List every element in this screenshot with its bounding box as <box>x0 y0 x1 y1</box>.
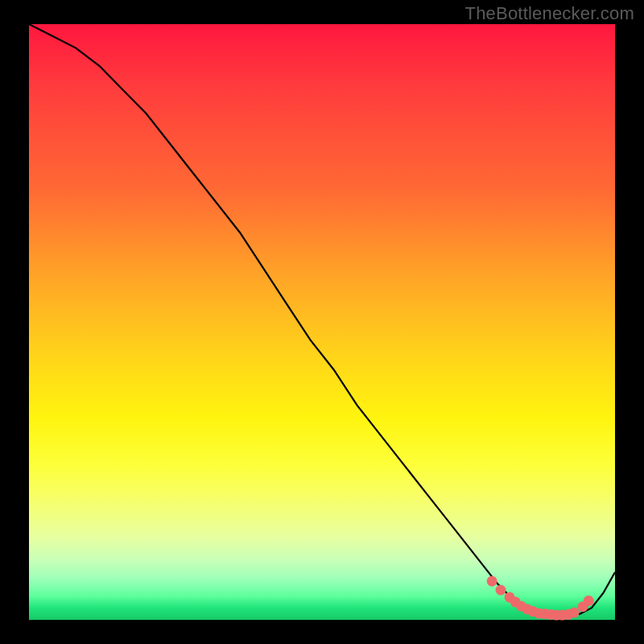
chart-frame: TheBottlenecker.com <box>0 0 644 644</box>
marker-dot <box>496 585 506 596</box>
marker-dot <box>584 596 594 606</box>
chart-svg-overlay <box>0 0 644 644</box>
highlight-markers <box>487 576 594 620</box>
curve-path <box>29 24 615 615</box>
bottleneck-curve <box>29 24 615 615</box>
marker-dot <box>569 608 580 618</box>
marker-dot <box>487 576 497 586</box>
watermark-text: TheBottlenecker.com <box>465 3 634 24</box>
